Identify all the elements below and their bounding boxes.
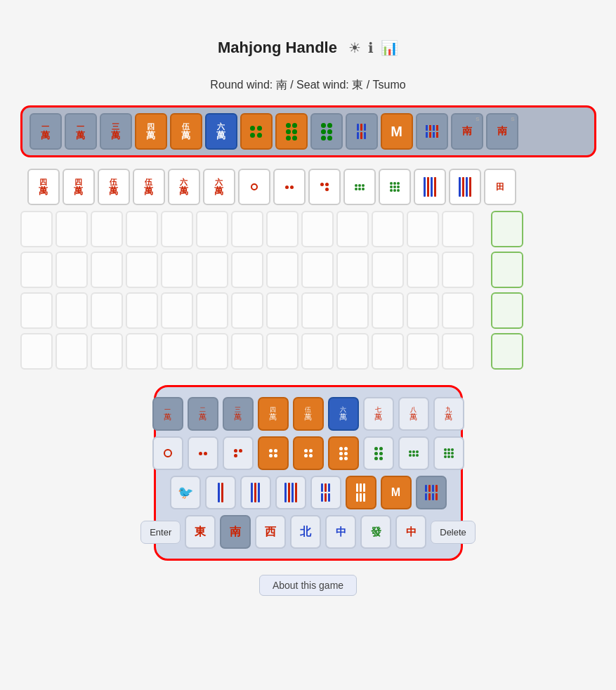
hand-tile-3[interactable]: 三萬 (100, 113, 132, 150)
hand-tile-4[interactable]: 四萬 (135, 113, 167, 150)
kb-6sou[interactable] (346, 476, 376, 509)
grid-tile[interactable] (126, 333, 158, 370)
kb-5pin[interactable] (293, 436, 324, 470)
grid-tile[interactable] (266, 292, 299, 329)
grid-tile[interactable] (126, 292, 158, 329)
grid-tile[interactable] (336, 211, 369, 247)
grid-tile[interactable] (301, 292, 334, 329)
grid-tile[interactable] (231, 292, 263, 329)
kb-9pin[interactable] (433, 436, 464, 470)
grid-tile[interactable] (20, 211, 53, 247)
kb-delete[interactable]: Delete (431, 521, 476, 544)
grid-tile[interactable] (196, 211, 228, 247)
kb-8man[interactable]: 八萬 (398, 397, 429, 431)
sugg-tile-10[interactable] (343, 169, 376, 205)
grid-tile[interactable] (301, 211, 334, 247)
grid-tile[interactable] (231, 252, 263, 288)
grid-tile[interactable] (161, 252, 193, 288)
grid-tile[interactable] (266, 333, 299, 370)
hand-tile-11[interactable]: M (381, 113, 413, 150)
hand-tile-10[interactable] (346, 113, 378, 150)
hand-tile-14[interactable]: S 南 (486, 113, 518, 150)
kb-7man[interactable]: 七萬 (363, 397, 394, 431)
grid-tile[interactable] (442, 252, 474, 288)
sugg-tile-5[interactable]: 六萬 (168, 169, 200, 205)
about-button[interactable]: About this game (259, 575, 357, 596)
kb-haku[interactable]: 中 (395, 515, 426, 549)
grid-tile[interactable] (336, 252, 369, 288)
hand-tile-2[interactable]: 一萬 (65, 113, 97, 150)
info-icon[interactable]: ℹ (368, 39, 374, 56)
grid-tile[interactable] (372, 292, 404, 329)
grid-tile[interactable] (442, 292, 474, 329)
kb-1man[interactable]: 一萬 (152, 397, 183, 431)
grid-tile[interactable] (231, 333, 263, 370)
grid-tile[interactable] (55, 252, 88, 288)
grid-tile[interactable] (161, 292, 193, 329)
grid-tile[interactable] (55, 211, 88, 247)
grid-tile[interactable] (91, 292, 123, 329)
grid-tile[interactable] (372, 252, 404, 288)
grid-tile[interactable] (407, 333, 439, 370)
grid-tile[interactable] (407, 252, 439, 288)
hand-tile-5[interactable]: 伍萬 (170, 113, 202, 150)
grid-tile-special[interactable] (491, 292, 523, 329)
grid-tile[interactable] (91, 252, 123, 288)
kb-hatsu[interactable]: 發 (360, 515, 391, 549)
grid-tile-special[interactable] (491, 252, 523, 288)
hand-tile-8[interactable] (275, 113, 308, 150)
sugg-tile-6[interactable]: 六萬 (203, 169, 235, 205)
grid-tile[interactable] (336, 333, 369, 370)
kb-east[interactable]: 東 (185, 515, 216, 549)
grid-tile[interactable] (55, 333, 88, 370)
kb-3man[interactable]: 三萬 (223, 397, 254, 431)
hand-tile-9[interactable] (310, 113, 343, 150)
grid-tile[interactable] (91, 211, 123, 247)
grid-tile[interactable] (301, 333, 334, 370)
sugg-tile-7[interactable] (238, 169, 270, 205)
sugg-tile-11[interactable] (379, 169, 411, 205)
sugg-tile-14[interactable]: 田 (484, 169, 516, 205)
grid-tile[interactable] (91, 333, 123, 370)
grid-tile[interactable] (442, 211, 474, 247)
stats-icon[interactable]: 📊 (381, 39, 398, 56)
hand-tile-13[interactable]: S 南 (451, 113, 483, 150)
grid-tile[interactable] (231, 211, 263, 247)
kb-6man[interactable]: 六萬 (328, 397, 359, 431)
grid-tile[interactable] (161, 333, 193, 370)
grid-tile[interactable] (20, 333, 53, 370)
grid-tile[interactable] (336, 292, 369, 329)
kb-8sou[interactable] (416, 476, 447, 509)
sugg-tile-1[interactable]: 四萬 (27, 169, 60, 205)
sugg-tile-8[interactable] (273, 169, 306, 205)
kb-4pin[interactable] (258, 436, 289, 470)
grid-tile[interactable] (55, 292, 88, 329)
grid-tile[interactable] (266, 211, 299, 247)
kb-1sou[interactable]: 🐦 (170, 476, 201, 509)
sugg-tile-2[interactable]: 四萬 (63, 169, 95, 205)
kb-5man[interactable]: 伍萬 (293, 397, 324, 431)
kb-chun[interactable]: 中 (325, 515, 356, 549)
sugg-tile-13[interactable] (449, 169, 481, 205)
kb-7pin[interactable] (363, 436, 394, 470)
kb-2pin[interactable] (188, 436, 218, 470)
kb-9man[interactable]: 九萬 (433, 397, 464, 431)
hand-tile-7[interactable] (240, 113, 273, 150)
kb-3pin[interactable] (223, 436, 254, 470)
brightness-icon[interactable]: ☀ (348, 39, 361, 56)
grid-tile[interactable] (126, 211, 158, 247)
hand-tile-1[interactable]: 一萬 (30, 113, 62, 150)
kb-south[interactable]: 南 (220, 515, 251, 549)
grid-tile[interactable] (126, 252, 158, 288)
grid-tile-special[interactable] (491, 333, 523, 370)
grid-tile[interactable] (20, 292, 53, 329)
grid-tile[interactable] (196, 252, 228, 288)
kb-2sou[interactable] (205, 476, 236, 509)
grid-tile[interactable] (266, 252, 299, 288)
grid-tile[interactable] (407, 292, 439, 329)
grid-tile[interactable] (196, 292, 228, 329)
kb-5sou[interactable] (310, 476, 341, 509)
kb-west[interactable]: 西 (255, 515, 286, 549)
kb-3sou[interactable] (240, 476, 271, 509)
sugg-tile-12[interactable] (414, 169, 446, 205)
